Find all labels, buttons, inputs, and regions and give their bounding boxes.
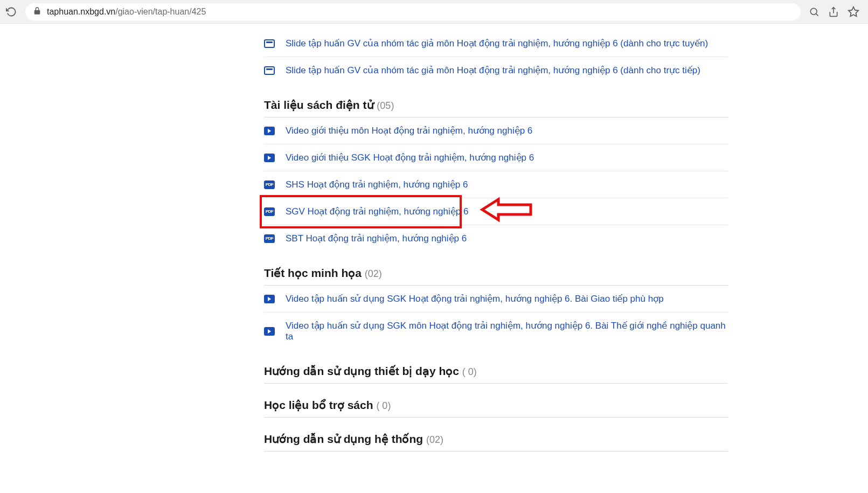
zoom-icon[interactable] [809, 6, 820, 18]
section-title-text: Hướng dẫn sử dụng hệ thống [264, 433, 426, 445]
resource-item[interactable]: Slide tập huấn GV của nhóm tác giả môn H… [264, 57, 728, 84]
slide-icon [264, 39, 275, 48]
pdf-icon: PDF [264, 180, 275, 189]
resource-label: Slide tập huấn GV của nhóm tác giả môn H… [286, 38, 708, 49]
section-count: ( 0) [376, 400, 391, 411]
section-title: Tài liệu sách điện tử (05) [264, 99, 728, 117]
resource-label: Slide tập huấn GV của nhóm tác giả môn H… [286, 65, 700, 76]
resource-item[interactable]: Slide tập huấn GV của nhóm tác giả môn H… [264, 30, 728, 57]
video-icon [264, 127, 275, 135]
resource-label: Video giới thiệu môn Hoạt động trải nghi… [286, 125, 532, 136]
resource-item[interactable]: Video giới thiệu SGK Hoạt động trải nghi… [264, 144, 728, 171]
resource-label: Video tập huấn sử dụng SGK môn Hoạt động… [286, 320, 728, 342]
section-count: (02) [426, 434, 443, 445]
resource-label: Video giới thiệu SGK Hoạt động trải nghi… [286, 152, 534, 163]
url-host: taphuan.nxbgd.vn [47, 7, 115, 17]
section-count: (05) [377, 100, 394, 111]
section-title: Tiết học minh họa (02) [264, 267, 728, 286]
resource-item[interactable]: Video tập huấn sử dụng SGK môn Hoạt động… [264, 313, 728, 350]
section: Tài liệu sách điện tử (05)Video giới thi… [264, 99, 728, 252]
pdf-icon: PDF [264, 234, 275, 243]
section: Tiết học minh họa (02)Video tập huấn sử … [264, 267, 728, 350]
share-icon[interactable] [828, 6, 839, 18]
section: Slide tập huấn GV của nhóm tác giả môn H… [264, 30, 728, 84]
slide-icon [264, 66, 275, 75]
section-title-text: Hướng dẫn sử dụng thiết bị dạy học [264, 365, 462, 377]
url-path: /giao-vien/tap-huan/425 [115, 7, 206, 17]
lock-icon [33, 6, 41, 17]
section: Hướng dẫn sử dụng thiết bị dạy học ( 0) [264, 365, 728, 384]
svg-point-0 [810, 8, 817, 15]
url-bar[interactable]: taphuan.nxbgd.vn/giao-vien/tap-huan/425 [25, 3, 801, 20]
section-title: Hướng dẫn sử dụng thiết bị dạy học ( 0) [264, 365, 728, 384]
browser-right-icons [809, 6, 863, 18]
section-title-text: Tài liệu sách điện tử [264, 99, 377, 111]
resource-item[interactable]: PDFSHS Hoạt động trải nghiệm, hướng nghi… [264, 171, 728, 198]
section-count: ( 0) [462, 366, 477, 377]
resource-item[interactable]: Video giới thiệu môn Hoạt động trải nghi… [264, 117, 728, 144]
reload-icon[interactable] [5, 6, 17, 18]
section-title: Hướng dẫn sử dụng hệ thống (02) [264, 433, 728, 452]
resource-item[interactable]: PDFSBT Hoạt động trải nghiệm, hướng nghi… [264, 225, 728, 252]
section-title-text: Học liệu bổ trợ sách [264, 399, 376, 411]
resource-item[interactable]: PDFSGV Hoạt động trải nghiệm, hướng nghi… [264, 198, 728, 225]
browser-toolbar: taphuan.nxbgd.vn/giao-vien/tap-huan/425 [0, 0, 868, 24]
svg-marker-1 [849, 6, 858, 16]
resource-label: SGV Hoạt động trải nghiệm, hướng nghiệp … [286, 206, 468, 217]
section-count: (02) [365, 268, 382, 279]
video-icon [264, 295, 275, 303]
resource-label: SHS Hoạt động trải nghiệm, hướng nghiệp … [286, 179, 468, 190]
pdf-icon: PDF [264, 207, 275, 216]
section-title-text: Tiết học minh họa [264, 267, 365, 279]
section-title: Học liệu bổ trợ sách ( 0) [264, 399, 728, 418]
resource-label: SBT Hoạt động trải nghiệm, hướng nghiệp … [286, 233, 467, 244]
section: Học liệu bổ trợ sách ( 0) [264, 399, 728, 418]
resource-item[interactable]: Video tập huấn sử dụng SGK Hoạt động trả… [264, 286, 728, 313]
resource-label: Video tập huấn sử dụng SGK Hoạt động trả… [286, 293, 664, 304]
star-icon[interactable] [848, 6, 859, 18]
video-icon [264, 154, 275, 162]
section: Hướng dẫn sử dụng hệ thống (02) [264, 433, 728, 452]
video-icon [264, 327, 275, 336]
